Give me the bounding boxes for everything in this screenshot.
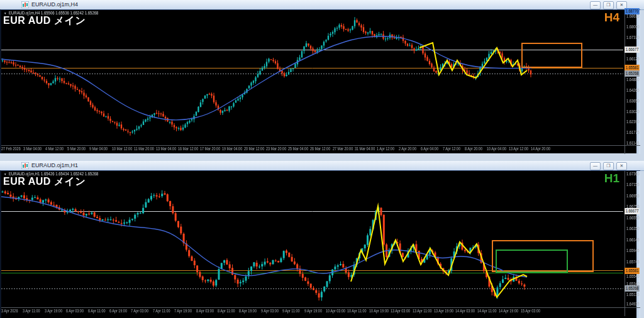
chart-watermark-label: EUR AUD メイン xyxy=(3,175,86,189)
timeframe-label-h4: H4 xyxy=(604,11,619,25)
chart-workspace: EURAUD.oj1m,H4 — ❐ ✕ ▼ EURAUD.oj1m,H4 1.… xyxy=(0,0,644,318)
timeframe-label-h1: H1 xyxy=(604,172,619,185)
chart-watermark-label: EUR AUD メイン xyxy=(3,14,86,28)
chart-canvas[interactable] xyxy=(0,0,644,318)
